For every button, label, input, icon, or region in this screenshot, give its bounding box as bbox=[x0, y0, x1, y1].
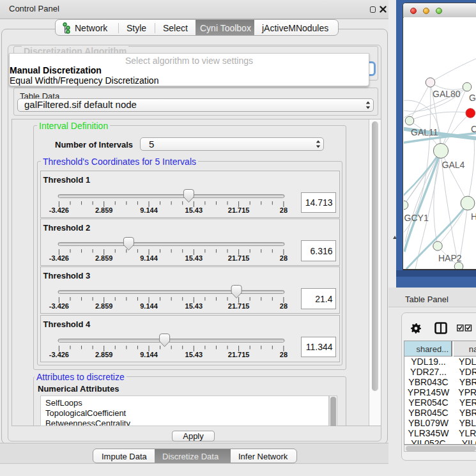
svg-text:15.43: 15.43 bbox=[185, 302, 203, 310]
svg-text:-3.426: -3.426 bbox=[49, 351, 68, 358]
svg-text:28: 28 bbox=[279, 302, 287, 310]
svg-text:GAL80: GAL80 bbox=[433, 89, 461, 99]
svg-text:2.859: 2.859 bbox=[95, 302, 112, 310]
svg-text:2.859: 2.859 bbox=[95, 206, 112, 214]
svg-text:9.144: 9.144 bbox=[140, 254, 158, 262]
svg-text:21.715: 21.715 bbox=[227, 254, 249, 262]
svg-text:2.859: 2.859 bbox=[95, 351, 112, 358]
svg-text:GAL11: GAL11 bbox=[411, 127, 438, 137]
svg-text:15.43: 15.43 bbox=[185, 206, 203, 214]
svg-text:21.715: 21.715 bbox=[227, 351, 249, 358]
svg-text:GAL4: GAL4 bbox=[442, 160, 465, 170]
svg-text:28: 28 bbox=[279, 351, 287, 358]
svg-text:9.144: 9.144 bbox=[140, 302, 158, 310]
svg-text:C: C bbox=[471, 124, 476, 134]
svg-text:28: 28 bbox=[279, 254, 287, 262]
svg-text:GCY1: GCY1 bbox=[404, 213, 429, 223]
svg-text:28: 28 bbox=[279, 206, 287, 214]
svg-text:-3.426: -3.426 bbox=[49, 254, 68, 262]
svg-text:15.43: 15.43 bbox=[185, 254, 203, 262]
svg-text:9.144: 9.144 bbox=[140, 206, 158, 214]
svg-text:9.144: 9.144 bbox=[140, 351, 158, 358]
svg-text:21.715: 21.715 bbox=[227, 206, 249, 214]
svg-text:2.859: 2.859 bbox=[95, 254, 112, 262]
svg-text:-3.426: -3.426 bbox=[49, 206, 68, 214]
svg-text:H: H bbox=[471, 211, 476, 222]
svg-text:-3.426: -3.426 bbox=[49, 302, 68, 310]
svg-text:15.43: 15.43 bbox=[185, 351, 203, 358]
svg-text:21.715: 21.715 bbox=[227, 302, 249, 310]
svg-text:HAP2: HAP2 bbox=[438, 253, 462, 263]
svg-text:G.: G. bbox=[469, 93, 476, 103]
